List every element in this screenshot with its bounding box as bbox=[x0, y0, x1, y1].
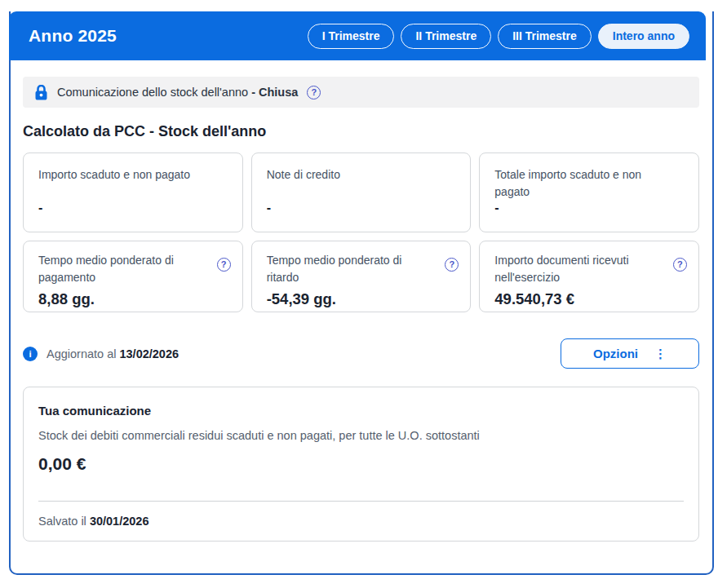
tab-i-trimestre[interactable]: I Trimestre bbox=[308, 24, 395, 49]
stat-label: Note di credito bbox=[267, 166, 442, 183]
card-tempo-pagamento: Tempo medio ponderato di pagamento ? 8,8… bbox=[23, 241, 243, 312]
stat-value: 8,88 gg. bbox=[38, 290, 231, 308]
section-title: Calcolato da PCC - Stock dell'anno bbox=[23, 123, 699, 140]
stat-cards-grid: Importo scaduto e non pagato - Note di c… bbox=[23, 153, 699, 312]
updated-at-date: 13/02/2026 bbox=[119, 347, 179, 360]
stat-value: - bbox=[494, 201, 684, 215]
card-totale-importo-scaduto: Totale importo scaduto e non pagato - bbox=[479, 153, 699, 232]
update-row: i Aggiornato al 13/02/2026 Opzioni ⋮ bbox=[23, 338, 699, 369]
stat-label: Tempo medio ponderato di ritardo bbox=[267, 252, 430, 286]
page-title: Anno 2025 bbox=[29, 26, 117, 46]
help-icon[interactable]: ? bbox=[673, 258, 687, 272]
tab-iii-trimestre[interactable]: III Trimestre bbox=[498, 24, 592, 49]
year-panel: Anno 2025 I Trimestre II Trimestre III T… bbox=[9, 11, 714, 575]
status-help-icon[interactable]: ? bbox=[307, 86, 321, 99]
stat-label: Tempo medio ponderato di pagamento bbox=[38, 252, 202, 286]
card-importo-documenti: Importo documenti ricevuti nell'esercizi… bbox=[479, 241, 699, 312]
status-text: Comunicazione dello stock dell'anno - Ch… bbox=[57, 86, 298, 99]
stat-value: - bbox=[267, 201, 456, 215]
card-tempo-ritardo: Tempo medio ponderato di ritardo ? -54,3… bbox=[251, 241, 472, 312]
updated-at-label: Aggiornato al bbox=[47, 347, 116, 360]
divider bbox=[38, 501, 684, 502]
tab-intero-anno[interactable]: Intero anno bbox=[598, 24, 689, 49]
options-button-label: Opzioni bbox=[593, 347, 638, 360]
period-tabs: I Trimestre II Trimestre III Trimestre I… bbox=[308, 24, 689, 49]
saved-at-date: 30/01/2026 bbox=[90, 515, 149, 528]
kebab-menu-icon: ⋮ bbox=[654, 347, 667, 361]
communication-description: Stock dei debiti commerciali residui sca… bbox=[38, 429, 684, 442]
stat-value: - bbox=[38, 201, 228, 215]
card-importo-scaduto: Importo scaduto e non pagato - bbox=[23, 153, 243, 232]
communication-amount: 0,00 € bbox=[38, 454, 684, 474]
stat-value: 49.540,73 € bbox=[494, 290, 687, 308]
help-icon[interactable]: ? bbox=[445, 258, 459, 272]
updated-at-text: Aggiornato al 13/02/2026 bbox=[47, 347, 179, 360]
lock-icon bbox=[34, 85, 48, 100]
info-icon: i bbox=[23, 347, 38, 361]
saved-at: Salvato il 30/01/2026 bbox=[38, 515, 684, 528]
panel-body: Comunicazione dello stock dell'anno - Ch… bbox=[11, 60, 712, 542]
tab-ii-trimestre[interactable]: II Trimestre bbox=[401, 24, 491, 49]
panel-header: Anno 2025 I Trimestre II Trimestre III T… bbox=[9, 11, 706, 60]
status-label: Comunicazione dello stock dell'anno bbox=[57, 86, 248, 99]
stat-label: Totale importo scaduto e non pagato bbox=[494, 166, 670, 201]
communication-card: Tua comunicazione Stock dei debiti comme… bbox=[23, 387, 699, 542]
stat-label: Importo scaduto e non pagato bbox=[38, 166, 214, 183]
options-button[interactable]: Opzioni ⋮ bbox=[561, 338, 699, 369]
stat-label: Importo documenti ricevuti nell'esercizi… bbox=[494, 252, 658, 286]
status-bar: Comunicazione dello stock dell'anno - Ch… bbox=[23, 77, 699, 108]
status-value: - Chiusa bbox=[251, 86, 298, 99]
saved-at-label: Salvato il bbox=[38, 515, 86, 528]
help-icon[interactable]: ? bbox=[217, 258, 231, 272]
updated-at: i Aggiornato al 13/02/2026 bbox=[23, 347, 179, 361]
stat-value: -54,39 gg. bbox=[267, 290, 459, 308]
communication-title: Tua comunicazione bbox=[38, 404, 684, 418]
card-note-credito: Note di credito - bbox=[251, 153, 472, 232]
